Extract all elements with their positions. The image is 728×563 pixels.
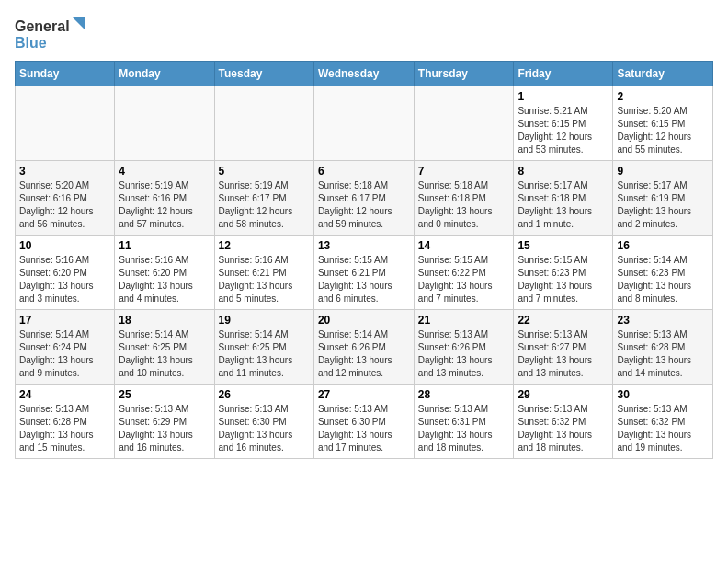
- day-info: Sunrise: 5:15 AM Sunset: 6:22 PM Dayligh…: [418, 254, 510, 305]
- weekday-saturday: Saturday: [613, 62, 713, 86]
- day-number: 7: [418, 165, 510, 178]
- day-number: 6: [318, 165, 410, 178]
- calendar-cell: 4Sunrise: 5:19 AM Sunset: 6:16 PM Daylig…: [115, 161, 214, 236]
- calendar-cell: 6Sunrise: 5:18 AM Sunset: 6:17 PM Daylig…: [313, 161, 414, 236]
- calendar-cell: 29Sunrise: 5:13 AM Sunset: 6:32 PM Dayli…: [514, 385, 613, 459]
- day-info: Sunrise: 5:17 AM Sunset: 6:19 PM Dayligh…: [617, 179, 709, 231]
- weekday-sunday: Sunday: [16, 62, 115, 86]
- day-number: 1: [518, 90, 609, 103]
- day-info: Sunrise: 5:13 AM Sunset: 6:28 PM Dayligh…: [19, 403, 110, 454]
- day-number: 25: [119, 388, 210, 401]
- day-info: Sunrise: 5:15 AM Sunset: 6:23 PM Dayligh…: [518, 254, 609, 305]
- calendar-cell: 21Sunrise: 5:13 AM Sunset: 6:26 PM Dayli…: [414, 310, 514, 385]
- day-info: Sunrise: 5:13 AM Sunset: 6:26 PM Dayligh…: [418, 328, 510, 380]
- day-number: 24: [19, 388, 110, 401]
- day-number: 5: [219, 165, 310, 178]
- day-number: 29: [518, 388, 609, 401]
- calendar-cell: 30Sunrise: 5:13 AM Sunset: 6:32 PM Dayli…: [613, 385, 713, 459]
- day-number: 17: [19, 314, 110, 327]
- weekday-header-row: SundayMondayTuesdayWednesdayThursdayFrid…: [16, 62, 713, 86]
- week-row-1: 3Sunrise: 5:20 AM Sunset: 6:16 PM Daylig…: [16, 161, 713, 236]
- day-number: 21: [418, 314, 510, 327]
- day-info: Sunrise: 5:20 AM Sunset: 6:16 PM Dayligh…: [19, 179, 110, 231]
- day-number: 18: [119, 314, 210, 327]
- week-row-0: 1Sunrise: 5:21 AM Sunset: 6:15 PM Daylig…: [16, 86, 713, 161]
- calendar-cell: 16Sunrise: 5:14 AM Sunset: 6:23 PM Dayli…: [613, 236, 713, 310]
- calendar-cell: 20Sunrise: 5:14 AM Sunset: 6:26 PM Dayli…: [313, 310, 414, 385]
- day-number: 15: [518, 239, 609, 252]
- day-number: 23: [617, 314, 709, 327]
- calendar-cell: [414, 86, 514, 161]
- day-info: Sunrise: 5:20 AM Sunset: 6:15 PM Dayligh…: [617, 105, 709, 156]
- calendar-cell: 27Sunrise: 5:13 AM Sunset: 6:30 PM Dayli…: [313, 385, 414, 459]
- day-info: Sunrise: 5:17 AM Sunset: 6:18 PM Dayligh…: [518, 179, 609, 231]
- calendar-cell: 11Sunrise: 5:16 AM Sunset: 6:20 PM Dayli…: [115, 236, 214, 310]
- day-info: Sunrise: 5:14 AM Sunset: 6:25 PM Dayligh…: [219, 328, 310, 380]
- day-number: 16: [617, 239, 709, 252]
- day-info: Sunrise: 5:13 AM Sunset: 6:32 PM Dayligh…: [617, 403, 709, 454]
- day-info: Sunrise: 5:13 AM Sunset: 6:28 PM Dayligh…: [617, 328, 709, 380]
- calendar-cell: 9Sunrise: 5:17 AM Sunset: 6:19 PM Daylig…: [613, 161, 713, 236]
- weekday-tuesday: Tuesday: [214, 62, 313, 86]
- day-info: Sunrise: 5:16 AM Sunset: 6:21 PM Dayligh…: [219, 254, 310, 305]
- svg-text:Blue: Blue: [15, 35, 47, 51]
- day-number: 12: [219, 239, 310, 252]
- calendar-cell: [214, 86, 313, 161]
- calendar-cell: 1Sunrise: 5:21 AM Sunset: 6:15 PM Daylig…: [514, 86, 613, 161]
- day-info: Sunrise: 5:14 AM Sunset: 6:24 PM Dayligh…: [19, 328, 110, 380]
- day-number: 30: [617, 388, 709, 401]
- calendar-cell: 28Sunrise: 5:13 AM Sunset: 6:31 PM Dayli…: [414, 385, 514, 459]
- day-number: 19: [219, 314, 310, 327]
- calendar-cell: 18Sunrise: 5:14 AM Sunset: 6:25 PM Dayli…: [115, 310, 214, 385]
- calendar-cell: 24Sunrise: 5:13 AM Sunset: 6:28 PM Dayli…: [16, 385, 115, 459]
- day-number: 4: [119, 165, 210, 178]
- calendar-cell: 12Sunrise: 5:16 AM Sunset: 6:21 PM Dayli…: [214, 236, 313, 310]
- day-info: Sunrise: 5:19 AM Sunset: 6:17 PM Dayligh…: [219, 179, 310, 231]
- day-info: Sunrise: 5:18 AM Sunset: 6:17 PM Dayligh…: [318, 179, 410, 231]
- calendar-cell: 8Sunrise: 5:17 AM Sunset: 6:18 PM Daylig…: [514, 161, 613, 236]
- day-number: 3: [19, 165, 110, 178]
- logo-icon: GeneralBlue: [15, 15, 88, 52]
- day-number: 28: [418, 388, 510, 401]
- day-number: 20: [318, 314, 410, 327]
- week-row-3: 17Sunrise: 5:14 AM Sunset: 6:24 PM Dayli…: [16, 310, 713, 385]
- day-info: Sunrise: 5:13 AM Sunset: 6:29 PM Dayligh…: [119, 403, 210, 454]
- page-header: GeneralBlue: [15, 15, 713, 52]
- day-number: 11: [119, 239, 210, 252]
- day-number: 2: [617, 90, 709, 103]
- day-number: 10: [19, 239, 110, 252]
- week-row-2: 10Sunrise: 5:16 AM Sunset: 6:20 PM Dayli…: [16, 236, 713, 310]
- day-number: 14: [418, 239, 510, 252]
- day-number: 27: [318, 388, 410, 401]
- calendar-cell: 22Sunrise: 5:13 AM Sunset: 6:27 PM Dayli…: [514, 310, 613, 385]
- day-number: 22: [518, 314, 609, 327]
- calendar-cell: 17Sunrise: 5:14 AM Sunset: 6:24 PM Dayli…: [16, 310, 115, 385]
- day-info: Sunrise: 5:21 AM Sunset: 6:15 PM Dayligh…: [518, 105, 609, 156]
- svg-marker-2: [72, 17, 85, 29]
- day-info: Sunrise: 5:19 AM Sunset: 6:16 PM Dayligh…: [119, 179, 210, 231]
- day-info: Sunrise: 5:13 AM Sunset: 6:30 PM Dayligh…: [219, 403, 310, 454]
- weekday-friday: Friday: [514, 62, 613, 86]
- day-info: Sunrise: 5:16 AM Sunset: 6:20 PM Dayligh…: [119, 254, 210, 305]
- day-info: Sunrise: 5:15 AM Sunset: 6:21 PM Dayligh…: [318, 254, 410, 305]
- calendar-cell: 7Sunrise: 5:18 AM Sunset: 6:18 PM Daylig…: [414, 161, 514, 236]
- day-info: Sunrise: 5:13 AM Sunset: 6:30 PM Dayligh…: [318, 403, 410, 454]
- day-info: Sunrise: 5:13 AM Sunset: 6:27 PM Dayligh…: [518, 328, 609, 380]
- calendar-cell: [16, 86, 115, 161]
- calendar-cell: 13Sunrise: 5:15 AM Sunset: 6:21 PM Dayli…: [313, 236, 414, 310]
- day-info: Sunrise: 5:14 AM Sunset: 6:23 PM Dayligh…: [617, 254, 709, 305]
- day-info: Sunrise: 5:14 AM Sunset: 6:26 PM Dayligh…: [318, 328, 410, 380]
- calendar-cell: 19Sunrise: 5:14 AM Sunset: 6:25 PM Dayli…: [214, 310, 313, 385]
- day-info: Sunrise: 5:16 AM Sunset: 6:20 PM Dayligh…: [19, 254, 110, 305]
- day-info: Sunrise: 5:13 AM Sunset: 6:31 PM Dayligh…: [418, 403, 510, 454]
- week-row-4: 24Sunrise: 5:13 AM Sunset: 6:28 PM Dayli…: [16, 385, 713, 459]
- svg-text:General: General: [15, 18, 70, 34]
- day-info: Sunrise: 5:13 AM Sunset: 6:32 PM Dayligh…: [518, 403, 609, 454]
- calendar-cell: 26Sunrise: 5:13 AM Sunset: 6:30 PM Dayli…: [214, 385, 313, 459]
- day-info: Sunrise: 5:14 AM Sunset: 6:25 PM Dayligh…: [119, 328, 210, 380]
- day-number: 13: [318, 239, 410, 252]
- calendar-cell: 5Sunrise: 5:19 AM Sunset: 6:17 PM Daylig…: [214, 161, 313, 236]
- weekday-thursday: Thursday: [414, 62, 514, 86]
- day-number: 26: [219, 388, 310, 401]
- day-number: 8: [518, 165, 609, 178]
